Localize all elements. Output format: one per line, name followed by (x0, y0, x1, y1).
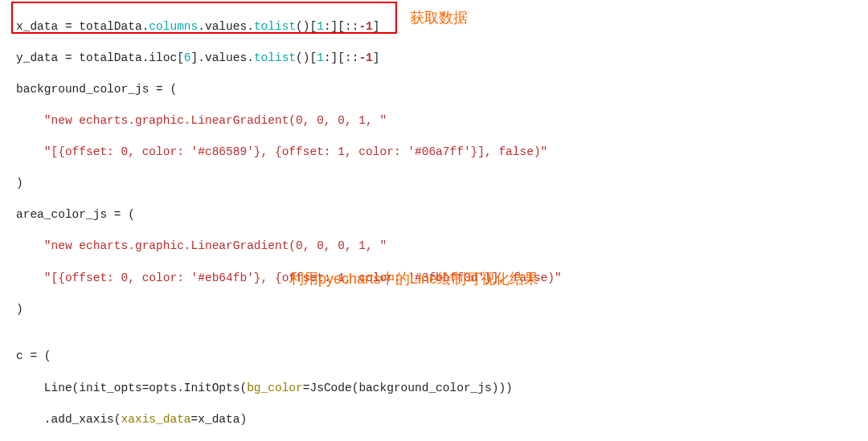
code-line: .add_xaxis(xaxis_data=x_data) (16, 412, 862, 428)
code-line: c = ( (16, 349, 862, 365)
code-line: area_color_js = ( (16, 207, 862, 223)
highlight-box (11, 2, 397, 34)
code-line: "[{offset: 0, color: '#c86589'}, {offset… (16, 145, 862, 161)
code-line: y_data = totalData.iloc[6].values.tolist… (16, 51, 862, 67)
annotation-get-data: 获取数据 (410, 8, 468, 27)
code-line: "new echarts.graphic.LinearGradient(0, 0… (16, 113, 862, 129)
code-line: "new echarts.graphic.LinearGradient(0, 0… (16, 239, 862, 255)
code-line: ) (16, 176, 862, 192)
annotation-pyecharts: 利用pyecharts中的Line绘制可视化结果 (289, 269, 538, 288)
code-line: ) (16, 302, 862, 318)
code-block: x_data = totalData.columns.values.tolist… (0, 0, 868, 441)
code-line: background_color_js = ( (16, 82, 862, 98)
code-line: Line(init_opts=opts.InitOpts(bg_color=Js… (16, 381, 862, 397)
